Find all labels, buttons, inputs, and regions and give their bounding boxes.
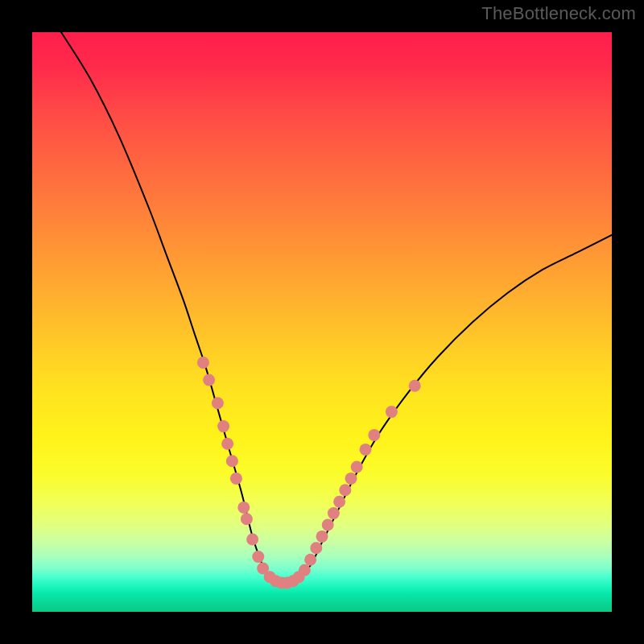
data-marker (322, 519, 334, 531)
data-marker (328, 507, 340, 519)
data-marker (299, 564, 311, 576)
data-marker (237, 502, 250, 514)
plot-area (32, 32, 612, 612)
data-marker (409, 380, 421, 392)
data-marker (241, 513, 253, 525)
data-marker (246, 534, 258, 546)
data-marker (316, 530, 328, 543)
data-marker (217, 420, 229, 432)
data-marker (310, 542, 322, 554)
data-marker (197, 357, 209, 369)
chart-frame: TheBottleneck.com (0, 0, 644, 644)
data-marker (345, 473, 357, 485)
data-marker (360, 444, 372, 456)
data-marker (339, 484, 351, 496)
data-marker (203, 374, 215, 386)
data-marker (386, 406, 398, 418)
marker-group (197, 357, 421, 589)
data-marker (368, 429, 380, 441)
curve-layer (32, 32, 612, 612)
data-marker (351, 461, 363, 473)
watermark-text: TheBottleneck.com (481, 3, 636, 24)
data-marker (252, 551, 264, 563)
data-marker (212, 397, 224, 409)
data-marker (226, 455, 238, 467)
data-marker (304, 554, 316, 566)
data-marker (230, 473, 242, 485)
data-marker (221, 438, 233, 450)
data-marker (333, 496, 345, 508)
